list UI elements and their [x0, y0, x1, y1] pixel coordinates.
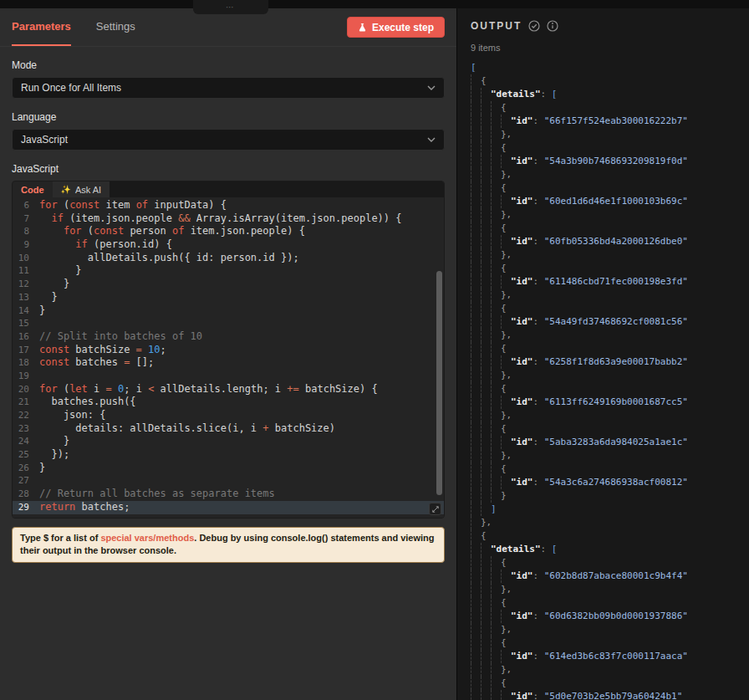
- code-line[interactable]: 23 details: allDetails.slice(i, i + batc…: [13, 422, 444, 436]
- json-line: },: [471, 369, 749, 382]
- indent-guide: [491, 422, 501, 436]
- indent-guide: [471, 396, 481, 409]
- indent-guide: [501, 396, 511, 409]
- sparkles-icon: ✨: [61, 185, 71, 194]
- indent-guide: [481, 396, 491, 409]
- tab-settings[interactable]: Settings: [96, 8, 135, 46]
- indent-guide: [471, 289, 481, 302]
- indent-guide: [471, 315, 481, 329]
- editor-tabs: Code ✨ Ask AI: [13, 181, 444, 197]
- indent-guide: [481, 329, 491, 342]
- mode-label: Mode: [12, 59, 445, 71]
- indent-guide: [471, 155, 481, 168]
- indent-guide: [471, 101, 481, 115]
- indent-guide: [491, 195, 501, 208]
- code-line[interactable]: 8 for (const person of item.json.people)…: [13, 225, 444, 238]
- json-line: "id": "5aba3283a6da984025a1ae1c": [471, 436, 749, 449]
- code-line[interactable]: 7 if (item.json.people && Array.isArray(…: [13, 212, 444, 226]
- json-line: {: [471, 181, 749, 195]
- code-line[interactable]: 26}: [13, 462, 444, 475]
- indent-guide: [491, 476, 501, 489]
- indent-guide: [471, 476, 481, 489]
- code-line[interactable]: 25 });: [13, 448, 444, 462]
- indent-guide: [481, 663, 491, 677]
- indent-guide: [491, 329, 501, 342]
- code-line[interactable]: 16// Split into batches of 10: [13, 330, 444, 344]
- indent-guide: [471, 302, 481, 315]
- indent-guide: [491, 128, 501, 141]
- indent-guide: [481, 141, 491, 155]
- output-json-tree[interactable]: [{"details": [{"id": "66f157f524eab30001…: [471, 61, 749, 700]
- indent-guide: [481, 155, 491, 168]
- code-line[interactable]: 17const batchSize = 10;: [13, 344, 444, 357]
- indent-guide: [471, 262, 481, 275]
- indent-guide: [481, 342, 491, 355]
- code-line[interactable]: 27: [13, 474, 444, 488]
- indent-guide: [481, 422, 491, 436]
- json-line: },: [471, 168, 749, 181]
- output-items-count: 9 items: [471, 43, 749, 53]
- code-editor-body[interactable]: 6for (const item of inputData) {7 if (it…: [13, 197, 444, 518]
- indent-guide: [481, 235, 491, 248]
- indent-guide: [501, 476, 511, 489]
- code-line[interactable]: 20for (let i = 0; i < allDetails.length;…: [13, 383, 444, 396]
- grip-dots-icon: ⋯: [226, 3, 236, 12]
- json-line: },: [471, 208, 749, 222]
- tab-ask-ai[interactable]: ✨ Ask AI: [53, 181, 110, 197]
- indent-guide: [491, 101, 501, 115]
- code-line[interactable]: 21 batches.push({: [13, 396, 444, 409]
- code-line[interactable]: 10 allDetails.push({ id: person.id });: [13, 252, 444, 265]
- code-line[interactable]: 29return batches;: [13, 501, 444, 514]
- indent-guide: [481, 115, 491, 128]
- indent-guide: [471, 329, 481, 342]
- indent-guide: [491, 409, 501, 422]
- code-line[interactable]: 19: [13, 370, 444, 383]
- indent-guide: [471, 543, 481, 556]
- execute-step-button[interactable]: Execute step: [347, 17, 445, 38]
- code-line[interactable]: 24 }: [13, 435, 444, 448]
- code-line[interactable]: 9 if (person.id) {: [13, 238, 444, 252]
- indent-guide: [491, 570, 501, 583]
- editor-scrollbar[interactable]: [436, 271, 442, 495]
- indent-guide: [501, 115, 511, 128]
- json-line: },: [471, 289, 749, 302]
- mode-select[interactable]: Run Once for All Items: [12, 77, 445, 99]
- code-line[interactable]: 15: [13, 317, 444, 330]
- code-line[interactable]: 14}: [13, 304, 444, 318]
- indent-guide: [481, 289, 491, 302]
- editor-expand-button[interactable]: [429, 503, 441, 515]
- code-line[interactable]: 28// Return all batches as separate item…: [13, 488, 444, 501]
- code-line[interactable]: 12 }: [13, 278, 444, 291]
- info-circle-icon[interactable]: [547, 20, 558, 32]
- indent-guide: [491, 235, 501, 248]
- code-lines: 6for (const item of inputData) {7 if (it…: [13, 199, 444, 514]
- tab-parameters[interactable]: Parameters: [12, 8, 71, 46]
- panel-drag-handle[interactable]: ⋯: [193, 0, 268, 14]
- json-line: "id": "54a49fd37468692cf0081c56": [471, 315, 749, 329]
- tab-ask-ai-label: Ask AI: [75, 185, 101, 195]
- indent-guide: [481, 168, 491, 181]
- code-editor: Code ✨ Ask AI 6for (const item of inputD…: [12, 181, 445, 519]
- json-line: "id": "54a3b90b7468693209819f0d": [471, 155, 749, 168]
- code-line[interactable]: 13 }: [13, 291, 444, 304]
- mode-select-value: Run Once for All Items: [21, 82, 121, 94]
- code-line[interactable]: 11 }: [13, 264, 444, 278]
- indent-guide: [481, 181, 491, 195]
- code-line[interactable]: 6for (const item of inputData) {: [13, 199, 444, 212]
- indent-guide: [501, 610, 511, 623]
- indent-guide: [481, 88, 491, 101]
- output-header: OUTPUT: [471, 20, 749, 32]
- indent-guide: [501, 155, 511, 168]
- indent-guide: [481, 128, 491, 141]
- indent-guide: [471, 88, 481, 101]
- code-line[interactable]: 18const batches = [];: [13, 356, 444, 370]
- indent-guide: [501, 690, 511, 700]
- code-line[interactable]: 22 json: {: [13, 409, 444, 422]
- indent-guide: [481, 195, 491, 208]
- json-line: "id": "66f157f524eab300016222b7": [471, 115, 749, 128]
- indent-guide: [491, 315, 501, 329]
- tab-code[interactable]: Code: [13, 181, 53, 197]
- language-select[interactable]: JavaScript: [12, 129, 445, 151]
- check-circle-icon: [528, 20, 540, 32]
- special-vars-link[interactable]: special vars/methods: [100, 533, 194, 543]
